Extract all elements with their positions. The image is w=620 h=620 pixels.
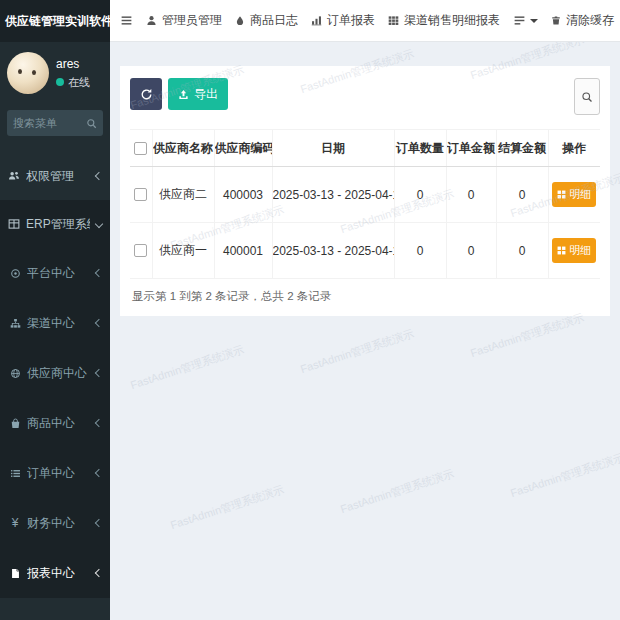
list-icon [9,468,21,479]
upload-icon [178,89,189,100]
sidebar-user-panel: ares 在线 [0,42,110,102]
report-panel: 导出 供应商名称 供应商编码 日期 订单数量 订单金额 [120,66,610,316]
sidebar-item-label: ERP管理系统 [26,216,90,233]
sidebar-item-label: 平台中心 [27,265,75,282]
cell-order-qty: 0 [394,167,446,223]
row-checkbox[interactable] [134,244,147,257]
grid-icon [557,190,566,199]
tint-icon [235,15,245,26]
status-label: 在线 [68,75,90,90]
sidebar-username: ares [56,57,90,71]
clear-cache-label: 清除缓存 [566,12,614,29]
search-icon [85,118,97,129]
tab-product-log[interactable]: 商品日志 [235,12,298,29]
chevron-left-icon [95,369,103,377]
cell-order-amount: 0 [446,223,496,279]
list-caret-icon [513,14,526,27]
chevron-left-icon [95,269,103,277]
user-avatar [7,52,49,94]
cell-date: 2025-03-13 - 2025-04-13 [272,167,394,223]
sidebar-item-finance-center[interactable]: ¥ 财务中心 [0,498,110,548]
top-navbar: 管理员管理 商品日志 订单报表 渠道销售明细报表 清除缓存 [110,0,620,42]
tab-label: 管理员管理 [162,12,222,29]
chevron-left-icon [95,469,103,477]
sidebar-item-label: 供应商中心 [27,365,87,382]
detail-button[interactable]: 明细 [552,182,596,207]
sidebar-item-label: 权限管理 [26,168,74,185]
tab-admin-management[interactable]: 管理员管理 [146,12,222,29]
select-all-checkbox[interactable] [134,142,147,155]
cell-supplier-name: 供应商二 [152,167,214,223]
cell-supplier-code: 400003 [214,167,272,223]
column-header-order-qty: 订单数量 [394,130,446,167]
user-icon [146,15,157,26]
menu-search-input[interactable] [13,117,81,129]
menu-search-box [7,110,103,136]
chevron-left-icon [95,419,103,427]
column-header-order-amount: 订单金额 [446,130,496,167]
trash-icon [551,15,561,26]
sidebar-item-channel-center[interactable]: 渠道中心 [0,298,110,348]
cell-order-qty: 0 [394,223,446,279]
cell-supplier-code: 400001 [214,223,272,279]
search-toggle-button[interactable] [574,78,600,115]
row-checkbox[interactable] [134,188,147,201]
chevron-left-icon [95,569,103,577]
report-table: 供应商名称 供应商编码 日期 订单数量 订单金额 结算金额 操作 供应商二 40… [130,129,600,279]
table-row: 供应商二 400003 2025-03-13 - 2025-04-13 0 0 … [130,167,600,223]
sidebar-item-report-center[interactable]: 报表中心 [0,548,110,598]
online-dot-icon [56,78,64,86]
table-toolbar: 导出 [130,78,600,115]
column-header-supplier-code: 供应商编码 [214,130,272,167]
sidebar-item-label: 财务中心 [27,515,75,532]
sidebar-item-order-center[interactable]: 订单中心 [0,448,110,498]
cell-supplier-name: 供应商一 [152,223,214,279]
sitemap-icon [9,318,21,329]
hamburger-icon[interactable] [120,14,133,27]
chevron-down-icon [95,220,103,228]
sidebar-item-product-center[interactable]: 商品中心 [0,398,110,448]
tab-label: 订单报表 [327,12,375,29]
globe-icon [9,368,21,379]
pagination-summary: 显示第 1 到第 2 条记录，总共 2 条记录 [130,279,600,310]
brand-title: 供应链管理实训软件 [0,0,110,42]
column-header-action: 操作 [548,130,600,167]
clear-cache-button[interactable]: 清除缓存 [551,12,614,29]
sidebar-item-supplier-center[interactable]: 供应商中心 [0,348,110,398]
detail-label: 明细 [569,243,591,258]
export-label: 导出 [194,86,218,103]
column-header-supplier-name: 供应商名称 [152,130,214,167]
detail-button[interactable]: 明细 [552,238,596,263]
yen-icon: ¥ [9,517,21,529]
sidebar-item-erp-system[interactable]: ERP管理系统 [0,200,110,248]
table-icon [8,218,20,230]
chevron-left-icon [95,172,103,180]
refresh-button[interactable] [130,78,162,110]
cell-order-amount: 0 [446,167,496,223]
search-icon [581,91,593,103]
sidebar-menu: 权限管理 ERP管理系统 平台中心 [0,152,110,598]
topnav-right-group: 清除缓存 ares [551,11,620,31]
user-status: 在线 [56,75,90,90]
column-header-date: 日期 [272,130,394,167]
tab-list-dropdown[interactable] [513,14,538,27]
cell-settle-amount: 0 [496,223,548,279]
bag-icon [9,418,21,429]
sidebar-item-label: 报表中心 [27,565,75,582]
tab-channel-sales-detail-report[interactable]: 渠道销售明细报表 [388,12,500,29]
target-icon [9,268,21,279]
sidebar-item-permission-management[interactable]: 权限管理 [0,152,110,200]
sidebar-item-label: 订单中心 [27,465,75,482]
tab-label: 商品日志 [250,12,298,29]
cell-settle-amount: 0 [496,167,548,223]
sidebar-item-platform-center[interactable]: 平台中心 [0,248,110,298]
chevron-left-icon [95,519,103,527]
grid-icon [388,15,399,26]
tab-label: 渠道销售明细报表 [404,12,500,29]
table-row: 供应商一 400001 2025-03-13 - 2025-04-13 0 0 … [130,223,600,279]
cell-date: 2025-03-13 - 2025-04-13 [272,223,394,279]
tab-order-report[interactable]: 订单报表 [311,12,375,29]
export-button[interactable]: 导出 [168,78,228,110]
sidebar-item-label: 渠道中心 [27,315,75,332]
caret-down-icon [530,19,538,23]
